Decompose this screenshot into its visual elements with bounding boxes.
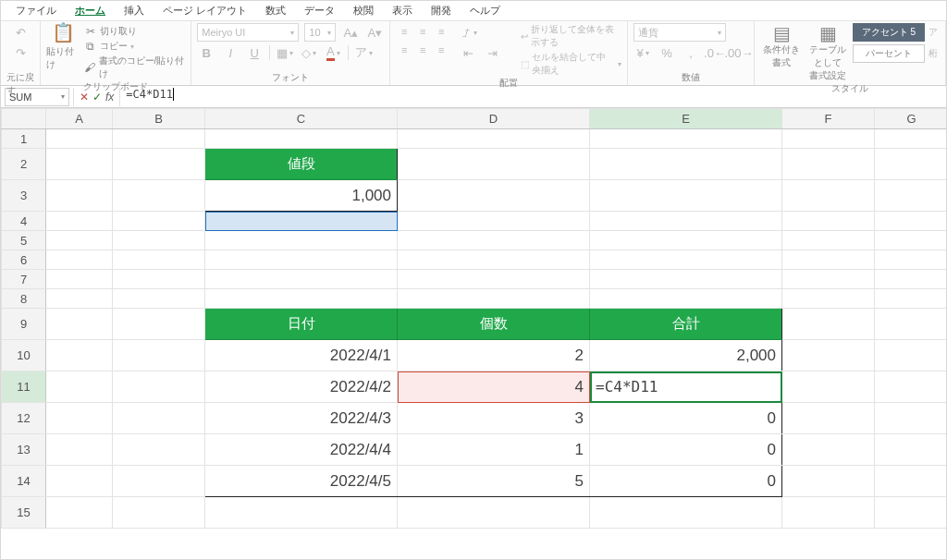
- increase-decimal-icon[interactable]: .0←: [706, 43, 724, 62]
- tab-developer[interactable]: 開発: [422, 1, 461, 20]
- style-percent[interactable]: パーセント: [853, 44, 925, 63]
- tab-review[interactable]: 校閲: [344, 1, 383, 20]
- group-undo-label: 元に戻す: [6, 71, 34, 84]
- row-header[interactable]: 14: [2, 466, 46, 497]
- table-format-icon: ▦: [819, 23, 837, 43]
- cell-E14[interactable]: 0: [590, 466, 782, 497]
- currency-button[interactable]: ¥: [633, 43, 652, 62]
- tab-help[interactable]: ヘルプ: [461, 1, 510, 20]
- row-header[interactable]: 9: [2, 309, 46, 340]
- row-header[interactable]: 13: [2, 434, 46, 466]
- tab-file[interactable]: ファイル: [6, 1, 66, 20]
- cell-D10[interactable]: 2: [398, 340, 590, 371]
- font-color-button[interactable]: A: [324, 43, 342, 62]
- font-name-select[interactable]: Meiryo UI▾: [197, 23, 299, 42]
- bold-button[interactable]: B: [197, 43, 215, 62]
- format-as-table-button[interactable]: ▦ テーブルとして 書式設定: [806, 23, 849, 82]
- cell-D11[interactable]: 4: [398, 371, 590, 403]
- row-header[interactable]: 2: [2, 149, 46, 180]
- row-header[interactable]: 7: [2, 270, 46, 289]
- col-header-D[interactable]: D: [398, 109, 590, 129]
- underline-button[interactable]: U: [245, 43, 264, 62]
- cell-E12[interactable]: 0: [590, 403, 782, 434]
- cell-C11[interactable]: 2022/4/2: [205, 371, 398, 403]
- number-format-select[interactable]: 通貨▾: [633, 23, 726, 42]
- indent-icon[interactable]: ⇥: [483, 43, 501, 62]
- cut-button[interactable]: ✂切り取り: [84, 25, 186, 38]
- cell-D9[interactable]: 個数: [398, 309, 590, 340]
- decrease-font-icon[interactable]: A▾: [365, 23, 384, 42]
- align-right-icon[interactable]: ≡: [433, 42, 449, 58]
- copy-icon: ⧉: [84, 40, 97, 53]
- tab-view[interactable]: 表示: [383, 1, 422, 20]
- border-button[interactable]: ▦: [276, 43, 294, 62]
- cell-E11[interactable]: =C4*D11: [590, 371, 782, 403]
- orientation-button[interactable]: ⭜: [459, 23, 477, 42]
- cell-C4[interactable]: [205, 212, 398, 231]
- undo-icon[interactable]: ↶: [11, 23, 30, 42]
- row-header[interactable]: 6: [2, 250, 46, 270]
- style-accent5[interactable]: アクセント 5: [853, 23, 925, 42]
- cell-C2[interactable]: 値段: [205, 149, 398, 180]
- align-top-icon[interactable]: ≡: [396, 23, 412, 40]
- cell-E9[interactable]: 合計: [590, 309, 782, 340]
- col-header-E[interactable]: E: [590, 109, 782, 129]
- cell-C10[interactable]: 2022/4/1: [205, 340, 398, 371]
- cell-C14[interactable]: 2022/4/5: [205, 466, 398, 497]
- row-header[interactable]: 4: [2, 212, 46, 231]
- formula-input[interactable]: =C4*D11: [120, 88, 946, 106]
- cell-D12[interactable]: 3: [398, 403, 590, 434]
- paste-button[interactable]: 📋 貼り付け: [46, 23, 80, 69]
- merge-icon: ⬚: [521, 59, 529, 69]
- wrap-text-button[interactable]: ↩折り返して全体を表示する: [521, 23, 621, 49]
- tab-formulas[interactable]: 数式: [256, 1, 295, 20]
- align-center-icon[interactable]: ≡: [414, 42, 431, 58]
- align-bot-icon[interactable]: ≡: [433, 23, 449, 40]
- row-header[interactable]: 10: [2, 340, 46, 371]
- increase-font-icon[interactable]: A▴: [341, 23, 360, 42]
- tab-insert[interactable]: 挿入: [115, 1, 154, 20]
- row-header[interactable]: 5: [2, 231, 46, 250]
- percent-button[interactable]: %: [658, 43, 676, 62]
- italic-button[interactable]: I: [221, 43, 240, 62]
- format-painter-button[interactable]: 🖌書式のコピー/貼り付け: [84, 55, 186, 80]
- col-header-G[interactable]: G: [875, 109, 947, 129]
- merge-center-button[interactable]: ⬚セルを結合して中央揃え ▾: [521, 51, 621, 77]
- decrease-decimal-icon[interactable]: .00→: [730, 43, 748, 62]
- phonetic-button[interactable]: ア: [354, 43, 373, 62]
- cell-C9[interactable]: 日付: [205, 309, 398, 340]
- tab-data[interactable]: データ: [295, 1, 344, 20]
- cell-D13[interactable]: 1: [398, 434, 590, 466]
- row-header[interactable]: 3: [2, 180, 46, 212]
- row-header[interactable]: 12: [2, 403, 46, 434]
- outdent-icon[interactable]: ⇤: [459, 43, 477, 62]
- align-mid-icon[interactable]: ≡: [414, 23, 431, 40]
- comma-button[interactable]: ,: [682, 43, 700, 62]
- cell-E10[interactable]: 2,000: [590, 340, 782, 371]
- tab-pagelayout[interactable]: ページ レイアウト: [154, 1, 256, 20]
- row-header[interactable]: 15: [2, 497, 46, 529]
- col-header-F[interactable]: F: [782, 109, 875, 129]
- redo-icon[interactable]: ↷: [11, 43, 30, 62]
- row-header[interactable]: 11: [2, 371, 46, 403]
- font-size-select[interactable]: 10▾: [304, 23, 336, 42]
- cell-C12[interactable]: 2022/4/3: [205, 403, 398, 434]
- fill-color-button[interactable]: ◇: [300, 43, 318, 62]
- col-header-B[interactable]: B: [113, 109, 205, 129]
- row-header[interactable]: 1: [2, 129, 46, 149]
- wrap-icon: ↩: [521, 31, 528, 42]
- align-left-icon[interactable]: ≡: [396, 42, 412, 58]
- cell-E13[interactable]: 0: [590, 434, 782, 466]
- row-header[interactable]: 8: [2, 289, 46, 309]
- tab-home[interactable]: ホーム: [66, 1, 115, 20]
- cell-C13[interactable]: 2022/4/4: [205, 434, 398, 466]
- cell-D14[interactable]: 5: [398, 466, 590, 497]
- align-grid[interactable]: ≡≡≡ ≡≡≡: [396, 23, 449, 58]
- spreadsheet-grid[interactable]: A B C D E F G 1 2 値段 3 1,000 4: [1, 108, 946, 559]
- col-header-A[interactable]: A: [46, 109, 113, 129]
- conditional-format-button[interactable]: ▤ 条件付き 書式: [760, 23, 803, 69]
- cell-C3[interactable]: 1,000: [205, 180, 398, 212]
- copy-button[interactable]: ⧉コピー ▾: [84, 40, 186, 53]
- col-header-C[interactable]: C: [205, 109, 398, 129]
- select-all-corner[interactable]: [2, 109, 46, 129]
